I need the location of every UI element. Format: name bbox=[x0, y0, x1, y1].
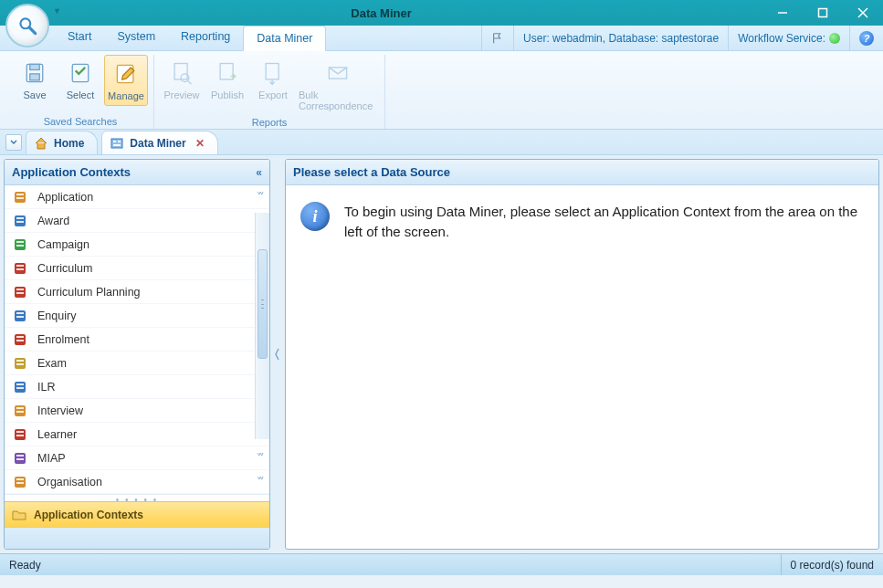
svg-rect-38 bbox=[16, 316, 24, 318]
save-icon bbox=[20, 58, 49, 88]
menu-item-reporting[interactable]: Reporting bbox=[168, 25, 243, 50]
resize-grip-icon[interactable]: • • • • • bbox=[5, 494, 269, 501]
context-list[interactable]: Application˅˅Award˅˅Campaign˅˅Curriculum… bbox=[5, 185, 269, 494]
user-db-label: User: webadmin, Database: saptestorae bbox=[513, 26, 728, 50]
svg-rect-56 bbox=[16, 458, 24, 460]
svg-rect-3 bbox=[819, 9, 827, 17]
context-item-organisation[interactable]: Organisation˅˅ bbox=[5, 470, 269, 494]
doc-tab-data-miner[interactable]: Data Miner✕ bbox=[101, 131, 217, 154]
context-item-interview[interactable]: Interview˅˅ bbox=[5, 399, 269, 423]
ribbon: SaveSelectManageSaved SearchesPreviewPub… bbox=[0, 51, 883, 130]
stack-icon bbox=[12, 379, 28, 395]
context-item-ilr[interactable]: ILR˅˅ bbox=[5, 375, 269, 399]
ribbon-group-reports: PreviewPublishExportBulk CorrespondenceR… bbox=[154, 55, 385, 129]
main-area: Application Contexts « Application˅˅Awar… bbox=[0, 155, 883, 553]
collapse-icon[interactable]: « bbox=[256, 166, 262, 179]
contexts-panel-title: Application Contexts bbox=[12, 165, 131, 179]
tiles-icon bbox=[12, 450, 28, 467]
context-item-award[interactable]: Award˅˅ bbox=[5, 209, 269, 233]
context-item-application[interactable]: Application˅˅ bbox=[5, 185, 269, 209]
ribbon-group-label: Reports bbox=[252, 115, 288, 130]
svg-rect-49 bbox=[16, 407, 24, 409]
status-right: 0 record(s) found bbox=[781, 554, 874, 575]
maximize-button[interactable] bbox=[803, 0, 843, 26]
context-item-label: Exam bbox=[37, 357, 67, 370]
workflow-label: Workflow Service: bbox=[738, 32, 825, 45]
ribbon-export-button: Export bbox=[251, 55, 295, 104]
contexts-bottom-bar[interactable]: Application Contexts bbox=[5, 501, 269, 527]
context-item-label: Interview bbox=[37, 404, 83, 417]
svg-rect-58 bbox=[16, 478, 24, 480]
close-button[interactable] bbox=[843, 0, 883, 26]
chevron-down-icon: ˅˅ bbox=[257, 476, 262, 488]
context-item-label: Curriculum Planning bbox=[37, 286, 141, 299]
svg-rect-52 bbox=[16, 431, 24, 433]
ribbon-preview-button: Preview bbox=[160, 55, 204, 104]
svg-rect-28 bbox=[16, 241, 24, 243]
context-item-label: Campaign bbox=[37, 238, 89, 251]
svg-rect-15 bbox=[266, 64, 279, 80]
flag-icon[interactable] bbox=[481, 26, 513, 50]
scrollbar[interactable] bbox=[255, 213, 269, 439]
ribbon-publish-button: Publish bbox=[205, 55, 249, 104]
status-left: Ready bbox=[9, 559, 41, 572]
app-logo[interactable] bbox=[5, 4, 49, 47]
workflow-service: Workflow Service: bbox=[728, 26, 849, 50]
splitter-handle[interactable] bbox=[274, 159, 281, 550]
ribbon-select-button[interactable]: Select bbox=[58, 55, 102, 104]
chevron-down-icon: ˅˅ bbox=[257, 452, 262, 464]
help-button[interactable]: ? bbox=[849, 26, 883, 50]
ribbon-manage-button[interactable]: Manage bbox=[104, 55, 148, 106]
context-item-exam[interactable]: Exam˅˅ bbox=[5, 352, 269, 375]
tab-close-icon[interactable]: ✕ bbox=[195, 137, 205, 150]
context-item-label: ILR bbox=[37, 381, 55, 394]
ribbon-save-button[interactable]: Save bbox=[13, 55, 57, 104]
clipboard-icon bbox=[12, 355, 28, 372]
contexts-bottom-label: Application Contexts bbox=[34, 509, 143, 521]
content-text: To begin using Data Miner, please select… bbox=[344, 202, 864, 242]
doc-tab-home[interactable]: Home bbox=[26, 131, 98, 154]
qat-dropdown-icon[interactable]: ▼ bbox=[53, 6, 61, 16]
book-icon bbox=[12, 260, 28, 277]
scrollbar-thumb[interactable] bbox=[258, 249, 268, 359]
svg-rect-44 bbox=[16, 363, 24, 365]
svg-rect-47 bbox=[16, 387, 24, 389]
content-panel: Please select a Data Source i To begin u… bbox=[285, 159, 879, 550]
window-controls bbox=[762, 0, 883, 26]
context-item-learner[interactable]: Learner˅˅ bbox=[5, 423, 269, 446]
svg-rect-17 bbox=[111, 139, 122, 148]
svg-rect-53 bbox=[16, 435, 24, 436]
context-item-campaign[interactable]: Campaign˅˅ bbox=[5, 233, 269, 257]
window-title: Data Miner bbox=[0, 6, 762, 20]
ribbon-bulk-correspondence-button: Bulk Correspondence bbox=[297, 55, 379, 115]
minimize-button[interactable] bbox=[762, 0, 803, 26]
application-contexts-panel: Application Contexts « Application˅˅Awar… bbox=[4, 159, 270, 550]
menu-item-system[interactable]: System bbox=[104, 25, 168, 50]
svg-rect-14 bbox=[220, 64, 233, 80]
svg-rect-43 bbox=[16, 360, 24, 362]
context-item-miap[interactable]: MIAP˅˅ bbox=[5, 446, 269, 470]
context-item-enquiry[interactable]: Enquiry˅˅ bbox=[5, 304, 269, 328]
svg-rect-29 bbox=[16, 245, 24, 247]
menu-item-data-miner[interactable]: Data Miner bbox=[243, 26, 326, 51]
status-bar: Ready 0 record(s) found bbox=[0, 553, 883, 575]
title-bar: ▼ Data Miner bbox=[0, 0, 883, 26]
svg-rect-22 bbox=[16, 194, 24, 195]
learner-icon bbox=[12, 426, 28, 443]
svg-rect-7 bbox=[30, 64, 40, 69]
context-item-curriculum-planning[interactable]: Curriculum Planning˅˅ bbox=[5, 280, 269, 304]
context-item-enrolment[interactable]: Enrolment˅˅ bbox=[5, 328, 269, 352]
context-item-label: Award bbox=[37, 215, 69, 227]
svg-rect-32 bbox=[16, 268, 24, 270]
svg-rect-46 bbox=[16, 383, 24, 385]
tab-expander-button[interactable] bbox=[5, 134, 22, 151]
persondoc-icon bbox=[12, 331, 28, 348]
svg-rect-37 bbox=[16, 312, 24, 314]
context-item-label: Enrolment bbox=[37, 333, 89, 346]
context-item-curriculum[interactable]: Curriculum˅˅ bbox=[5, 257, 269, 280]
help-icon: ? bbox=[859, 31, 874, 46]
menu-item-start[interactable]: Start bbox=[55, 25, 104, 50]
svg-rect-31 bbox=[16, 265, 24, 267]
svg-rect-35 bbox=[16, 292, 24, 294]
ribbon-group-saved-searches: SaveSelectManageSaved Searches bbox=[7, 55, 154, 129]
